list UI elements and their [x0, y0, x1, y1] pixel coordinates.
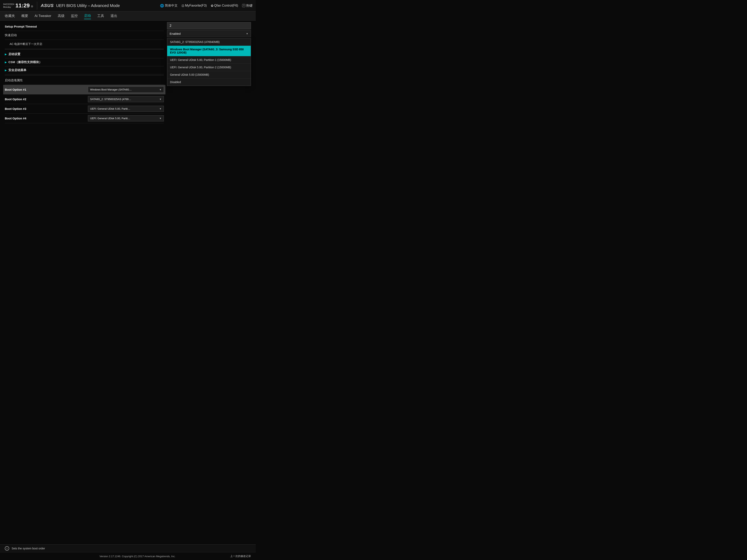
setup-prompt-timeout-input[interactable]	[167, 22, 251, 29]
last-change-label: 上一次的修改记录	[230, 554, 251, 558]
qfan-label: Qfan Control(F6)	[214, 4, 238, 7]
dropdown-item-uefi-partition1[interactable]: UEFI: General UDisk 5.00, Partition 1 (1…	[167, 56, 251, 64]
boot-option-1-value: Windows Boot Manager (SATA6G…	[90, 88, 132, 91]
globe-icon: 🌐	[160, 4, 164, 7]
boot-option-2-label: Boot Option #2	[5, 98, 88, 101]
boot-option-3-select[interactable]: UEFI: General UDisk 5.00, Partit… ▼	[88, 106, 164, 112]
settings-icon: ⚙	[31, 5, 33, 8]
boot-settings-section[interactable]: ▶ 启动设置	[5, 50, 164, 58]
fast-boot-dropdown[interactable]: Enabled ▼	[167, 30, 251, 37]
question-icon: ?	[242, 4, 245, 7]
csm-section[interactable]: ▶ CSM（兼容性支持模块）	[5, 58, 164, 66]
right-panel: Enabled ▼ SATA6G_2: ST9500325AS (476940M…	[167, 22, 251, 543]
ac-power-label: AC 电源中断后下一次开启	[5, 42, 42, 46]
setup-prompt-timeout-label: Setup Prompt Timeout	[5, 25, 37, 28]
hotkey-button[interactable]: ? 热键	[242, 4, 253, 8]
dropdown-item-general-udisk[interactable]: General UDisk 5.00 (15000MB)	[167, 71, 251, 79]
main-content: Setup Prompt Timeout 快速启动 AC 电源中断后下一次开启 …	[0, 21, 256, 552]
left-panel: Setup Prompt Timeout 快速启动 AC 电源中断后下一次开启 …	[5, 22, 164, 543]
hotkey-label: 热键	[246, 4, 253, 8]
boot-option-3-row: Boot Option #3 UEFI: General UDisk 5.00,…	[5, 104, 164, 114]
fan-icon: ✿	[211, 4, 213, 7]
boot-option-2-row: Boot Option #2 SATA6G_2: ST9500325AS (47…	[5, 95, 164, 104]
dropdown-item-sata[interactable]: SATA6G_2: ST9500325AS (476940MB)	[167, 38, 251, 46]
nav-item-advanced[interactable]: 高级	[58, 13, 65, 19]
footer: Version 2.17.1246. Copyright (C) 2017 Am…	[0, 552, 256, 560]
dropdown-item-windows-boot[interactable]: Windows Boot Manager (SATA6G_3: Samsung …	[167, 46, 251, 56]
boot-option-dropdown-menu[interactable]: SATA6G_2: ST9500325AS (476940MB) Windows…	[167, 38, 251, 86]
fast-boot-row: 快速启动	[5, 31, 164, 40]
qfan-control-button[interactable]: ✿ Qfan Control(F6)	[211, 4, 238, 7]
dropdown-arrow-2: ▼	[159, 98, 162, 101]
ac-power-row: AC 电源中断后下一次开启	[5, 40, 164, 49]
boot-option-4-value: UEFI: General UDisk 5.00, Partit…	[90, 117, 130, 120]
bios-title: UEFI BIOS Utility – Advanced Mode	[56, 3, 120, 8]
info-text: Sets the system boot order	[11, 547, 45, 550]
nav-item-tools[interactable]: 工具	[97, 13, 104, 19]
fast-boot-value: Enabled	[170, 32, 181, 35]
boot-option-2-value: SATA6G_2: ST9500325AS (4769…	[90, 98, 131, 101]
arrow-icon-2: ▶	[5, 61, 7, 64]
header: 04/22/2024 Monday 11:29 ⚙ ASUS UEFI BIOS…	[0, 0, 256, 11]
nav-item-monitor[interactable]: 监控	[71, 13, 78, 19]
nav-item-boot[interactable]: 启动	[84, 12, 91, 19]
fast-boot-label: 快速启动	[5, 33, 17, 37]
boot-option-2-select[interactable]: SATA6G_2: ST9500325AS (4769… ▼	[88, 96, 164, 102]
nav-item-overview[interactable]: 概要	[21, 13, 28, 19]
myfavorite-icon: ⊡	[182, 4, 184, 7]
boot-option-3-value: UEFI: General UDisk 5.00, Partit…	[90, 107, 130, 110]
myfavorite-label: MyFavorite(F3)	[185, 4, 207, 7]
version-text: Version 2.17.1246. Copyright (C) 2017 Am…	[45, 555, 230, 558]
time-display: 11:29	[16, 3, 30, 8]
dropdown-arrow-4: ▼	[159, 117, 162, 120]
arrow-icon: ▶	[5, 53, 7, 56]
boot-option-1-label: Boot Option #1	[5, 88, 88, 91]
csm-label: CSM（兼容性支持模块）	[8, 60, 42, 64]
fast-boot-arrow: ▼	[246, 32, 248, 35]
navigation-bar: 收藏夹 概要 Ai Tweaker 高级 监控 启动 工具 退出	[0, 11, 256, 21]
boot-option-4-label: Boot Option #4	[5, 117, 88, 120]
boot-option-attr-row: 启动选项属性	[5, 76, 164, 85]
myfavorite-button[interactable]: ⊡ MyFavorite(F3)	[182, 4, 207, 7]
secure-boot-section[interactable]: ▶ 安全启动菜单	[5, 66, 164, 74]
dropdown-arrow-1: ▼	[159, 88, 162, 91]
dropdown-item-disabled[interactable]: Disabled	[167, 79, 251, 86]
boot-option-4-row: Boot Option #4 UEFI: General UDisk 5.00,…	[5, 114, 164, 123]
dropdown-item-uefi-partition2[interactable]: UEFI: General UDisk 5.00, Partition 2 (1…	[167, 64, 251, 71]
nav-item-ai-tweaker[interactable]: Ai Tweaker	[34, 13, 51, 19]
date-display: 04/22/2024	[3, 3, 14, 6]
language-label: 简体中文	[165, 4, 178, 8]
info-icon: i	[5, 546, 9, 551]
arrow-icon-3: ▶	[5, 69, 7, 72]
asus-logo: ASUS	[41, 3, 54, 8]
language-selector[interactable]: 🌐 简体中文	[160, 4, 178, 8]
boot-option-attr-label: 启动选项属性	[5, 79, 23, 82]
boot-option-1-row[interactable]: Boot Option #1 Windows Boot Manager (SAT…	[3, 85, 165, 95]
boot-option-3-label: Boot Option #3	[5, 107, 88, 110]
setup-prompt-timeout-row: Setup Prompt Timeout	[5, 22, 164, 31]
day-display: Monday	[3, 6, 14, 8]
boot-option-1-select[interactable]: Windows Boot Manager (SATA6G… ▼	[88, 86, 164, 93]
dropdown-arrow-3: ▼	[159, 107, 162, 110]
divider-2	[5, 75, 164, 75]
boot-option-4-select[interactable]: UEFI: General UDisk 5.00, Partit… ▼	[88, 115, 164, 122]
divider-1	[5, 49, 164, 50]
boot-settings-label: 启动设置	[8, 52, 20, 56]
info-bar: i Sets the system boot order	[0, 544, 256, 552]
nav-item-favorites[interactable]: 收藏夹	[5, 13, 15, 19]
secure-boot-label: 安全启动菜单	[8, 68, 26, 72]
nav-item-exit[interactable]: 退出	[110, 13, 117, 19]
